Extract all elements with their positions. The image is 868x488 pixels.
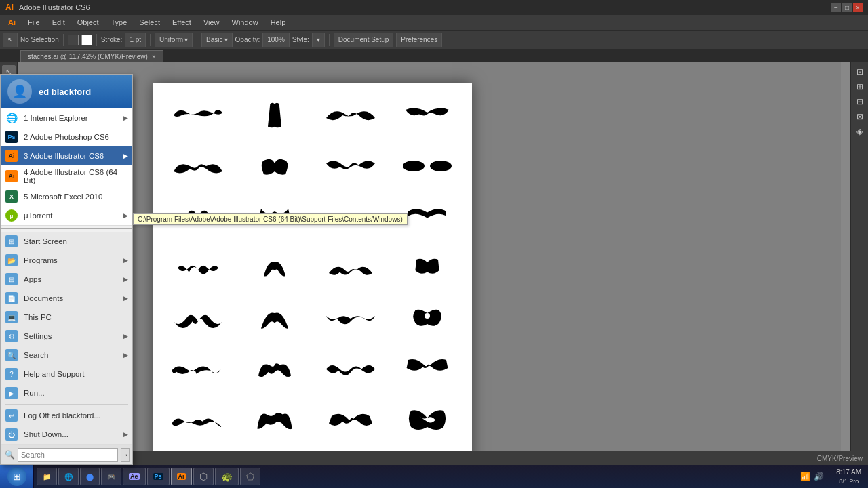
menu-window[interactable]: Window	[226, 17, 264, 28]
menu-item-ie[interactable]: 🌐 1 Internet Explorer ▶	[1, 108, 132, 127]
selection-tool[interactable]: ↖	[3, 33, 18, 47]
document-tab[interactable]: staches.ai @ 117.42% (CMYK/Preview) ×	[20, 50, 163, 62]
start-menu-header: 👤 ed blackford	[1, 75, 132, 108]
panel-tool-3[interactable]: ⊟	[853, 95, 867, 108]
fill-color-swatch[interactable]	[68, 35, 79, 45]
toolbar-separator-1	[63, 34, 64, 46]
taskbar-item-app3[interactable]: ⬠	[240, 468, 260, 485]
shutdown-icon: ⏻	[5, 428, 18, 441]
panel-tool-2[interactable]: ⊞	[853, 80, 867, 94]
panel-tool-1[interactable]: ⊡	[853, 65, 867, 79]
help-label: Help and Support	[24, 370, 128, 378]
style-dropdown[interactable]: ▾	[312, 33, 325, 47]
taskbar-items: 📁 🌐 ⬤ 🎮 Ae Ps Ai ⬡ 🐢 ⬠	[34, 468, 794, 485]
taskbar-item-ie[interactable]: 🌐	[58, 468, 79, 485]
taskbar-ai-icon: Ai	[177, 473, 186, 480]
taskbar-item-chrome[interactable]: ⬤	[80, 468, 100, 485]
menu-item-apps[interactable]: ⊟ Apps ▶	[1, 270, 132, 289]
menu-item-logout[interactable]: ↩ Log Off ed blackford...	[1, 406, 132, 425]
dropdown-arrow-3: ▾	[317, 36, 320, 43]
menu-type[interactable]: Type	[106, 17, 133, 28]
style-label: Style:	[292, 36, 309, 43]
taskbar-item-ps[interactable]: Ps	[147, 468, 170, 485]
svg-point-1	[430, 161, 452, 171]
mustache-13	[160, 242, 237, 293]
run-icon: ▶	[5, 386, 18, 400]
menu-item-thispc[interactable]: 💻 This PC	[1, 308, 132, 327]
menu-effect[interactable]: Effect	[167, 17, 197, 28]
basic-dropdown[interactable]: Basic ▾	[201, 33, 232, 47]
search-input[interactable]	[18, 448, 118, 462]
tray-volume-icon[interactable]: 🔊	[813, 471, 824, 482]
start-button[interactable]: ⊞	[0, 465, 34, 488]
apps-label: Apps	[24, 275, 118, 283]
mustache-16	[389, 242, 466, 293]
doc-setup-button[interactable]: Document Setup	[334, 33, 394, 47]
3d-icon: ⬡	[199, 471, 208, 482]
minimize-button[interactable]: −	[831, 3, 841, 12]
menu-help[interactable]: Help	[265, 17, 292, 28]
uniform-dropdown[interactable]: Uniform ▾	[155, 33, 193, 47]
ie-arrow: ▶	[123, 115, 128, 121]
stroke-value[interactable]: 1 pt	[125, 33, 146, 47]
status-info: CMYK/Preview	[817, 455, 863, 462]
ie-label: 1 Internet Explorer	[24, 114, 118, 122]
start-menu-search[interactable]: 🔍 →	[1, 445, 132, 464]
canvas-scrollbar-right[interactable]	[841, 62, 850, 488]
thispc-label: This PC	[24, 313, 128, 321]
mustache-24	[389, 344, 466, 394]
mustache-17	[160, 293, 237, 344]
maximize-button[interactable]: □	[842, 3, 852, 12]
taskbar-item-explorer[interactable]: 📁	[37, 468, 57, 485]
taskbar-item-ai[interactable]: Ai	[171, 468, 192, 485]
apps-arrow: ▶	[123, 276, 128, 283]
search-submit-button[interactable]: →	[121, 448, 130, 462]
menu-item-ai3[interactable]: Ai 3 Adobe Illustrator CS6 ▶	[1, 146, 132, 165]
panel-tool-5[interactable]: ◈	[853, 125, 867, 138]
app2-icon: 🐢	[221, 471, 233, 482]
mustache-18	[237, 293, 313, 344]
canvas-area[interactable]	[18, 62, 850, 488]
menu-file[interactable]: File	[22, 17, 45, 28]
mustache-26	[237, 394, 313, 445]
preferences-button[interactable]: Preferences	[396, 33, 442, 47]
menu-ai[interactable]: Ai	[3, 17, 21, 28]
taskbar-item-steam[interactable]: 🎮	[101, 468, 121, 485]
toolbar: ↖ No Selection Stroke: 1 pt Uniform ▾ Ba…	[0, 30, 868, 49]
tab-close-icon[interactable]: ×	[152, 53, 156, 60]
menu-item-documents[interactable]: 📄 Documents ▶	[1, 289, 132, 308]
menu-item-shutdown[interactable]: ⏻ Shut Down... ▶	[1, 425, 132, 444]
menu-select[interactable]: Select	[134, 17, 165, 28]
window-controls: − □ ×	[831, 3, 863, 12]
ai3-icon: Ai	[5, 149, 18, 163]
menu-item-run[interactable]: ▶ Run...	[1, 384, 132, 403]
tray-network-icon[interactable]: 📶	[800, 471, 810, 482]
menu-item-settings[interactable]: ⚙ Settings ▶	[1, 327, 132, 346]
taskbar-tray: 📶 🔊	[794, 471, 829, 482]
menu-item-excel[interactable]: X 5 Microsoft Excel 2010	[1, 187, 132, 206]
menu-item-search[interactable]: 🔍 Search ▶	[1, 346, 132, 365]
menu-item-ai4[interactable]: Ai 4 Adobe Illustrator CS6 (64 Bit)	[1, 165, 132, 187]
menu-item-utorrent[interactable]: μ μTorrent ▶	[1, 206, 132, 225]
menu-object[interactable]: Object	[72, 17, 104, 28]
mustache-1	[160, 89, 237, 140]
panel-tool-4[interactable]: ⊠	[853, 110, 867, 123]
taskbar-clock[interactable]: 8:17 AM 8/1 Pro	[829, 468, 868, 486]
menu-item-help[interactable]: ? Help and Support	[1, 365, 132, 384]
selection-icon: ↖	[7, 36, 13, 43]
menu-view[interactable]: View	[198, 17, 225, 28]
menu-item-start-screen[interactable]: ⊞ Start Screen	[1, 232, 132, 251]
logout-icon: ↩	[5, 409, 18, 422]
taskbar-item-ae[interactable]: Ae	[123, 468, 146, 485]
utorrent-label: μTorrent	[24, 211, 118, 220]
menu-item-programs[interactable]: 📂 Programs ▶	[1, 251, 132, 270]
menu-item-ps[interactable]: Ps 2 Adobe Photoshop CS6	[1, 127, 132, 146]
menu-edit[interactable]: Edit	[47, 17, 71, 28]
taskbar-item-3d[interactable]: ⬡	[193, 468, 214, 485]
taskbar-item-app2[interactable]: 🐢	[215, 468, 239, 485]
stroke-color-swatch[interactable]	[81, 35, 92, 45]
toolbar-separator-4	[197, 34, 197, 46]
close-button[interactable]: ×	[853, 3, 863, 12]
ai4-label: 4 Adobe Illustrator CS6 (64 Bit)	[24, 168, 128, 184]
opacity-value[interactable]: 100%	[262, 33, 290, 47]
